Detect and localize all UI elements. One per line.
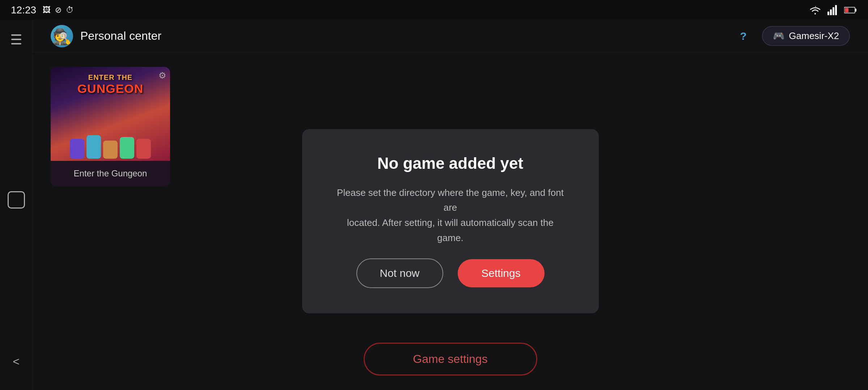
controller-icon: 🎮 xyxy=(773,30,784,42)
header-right: ? 🎮 Gamesir-X2 xyxy=(735,26,850,46)
controller-button[interactable]: 🎮 Gamesir-X2 xyxy=(762,26,850,46)
header: 🕵️ Personal center ? 🎮 Gamesir-X2 xyxy=(33,20,868,52)
status-time: 12:23 xyxy=(11,4,36,16)
battery-icon xyxy=(844,6,857,14)
home-icon[interactable] xyxy=(8,191,25,209)
status-icons: 🖼 ⊘ ⏱ xyxy=(43,5,74,15)
svg-rect-1 xyxy=(830,9,832,15)
signal-icon xyxy=(827,5,838,15)
main-content: 🕵️ Personal center ? 🎮 Gamesir-X2 ENTER … xyxy=(33,20,868,390)
dialog-title: No game added yet xyxy=(377,154,523,172)
content-area: ENTER THE GUNGEON ⚙ Enter the Gungeon No… xyxy=(33,52,868,390)
status-bar-right xyxy=(809,5,857,15)
status-bar-left: 12:23 🖼 ⊘ ⏱ xyxy=(11,4,74,16)
photo-icon: 🖼 xyxy=(43,5,51,15)
wifi-icon xyxy=(809,5,822,15)
svg-rect-5 xyxy=(855,9,856,12)
block-icon: ⊘ xyxy=(55,5,62,15)
status-bar: 12:23 🖼 ⊘ ⏱ xyxy=(0,0,868,20)
page-title: Personal center xyxy=(80,29,161,43)
header-left: 🕵️ Personal center xyxy=(51,25,161,47)
clock-icon: ⏱ xyxy=(66,5,74,15)
game-settings-button[interactable]: Game settings xyxy=(364,343,537,376)
menu-line xyxy=(11,34,21,36)
menu-line xyxy=(11,39,21,40)
controller-label: Gamesir-X2 xyxy=(789,30,839,42)
not-now-button[interactable]: Not now xyxy=(356,258,443,288)
dialog: No game added yet Please set the directo… xyxy=(302,129,599,313)
svg-rect-6 xyxy=(845,8,848,12)
settings-button[interactable]: Settings xyxy=(458,259,545,287)
help-button[interactable]: ? xyxy=(735,28,751,44)
menu-icon[interactable] xyxy=(11,34,21,44)
svg-rect-0 xyxy=(827,12,829,15)
left-sidebar: < xyxy=(0,20,33,390)
dialog-overlay: No game added yet Please set the directo… xyxy=(33,52,868,390)
back-arrow-icon[interactable]: < xyxy=(13,355,20,368)
dialog-message: Please set the directory where the game,… xyxy=(333,185,568,245)
avatar[interactable]: 🕵️ xyxy=(51,25,73,47)
menu-line xyxy=(11,43,21,44)
svg-rect-2 xyxy=(833,7,834,15)
dialog-buttons: Not now Settings xyxy=(356,258,545,288)
svg-rect-3 xyxy=(835,5,837,15)
